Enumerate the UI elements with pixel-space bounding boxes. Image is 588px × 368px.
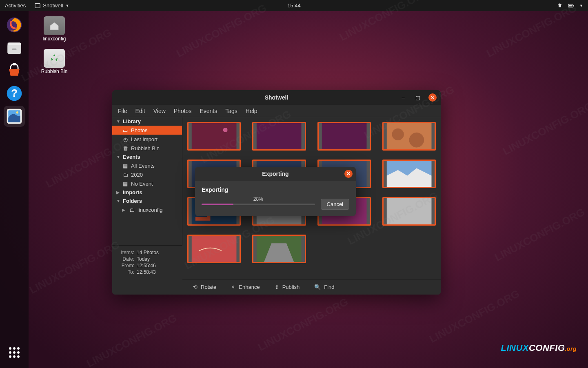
sidebar-events-header[interactable]: ▼Events bbox=[112, 153, 182, 161]
photo-thumb[interactable] bbox=[317, 122, 371, 151]
search-icon: 🔍 bbox=[314, 284, 321, 290]
meta-date-key: Date: bbox=[116, 256, 134, 262]
svg-text:?: ? bbox=[11, 87, 18, 99]
svg-rect-2 bbox=[569, 5, 572, 7]
meta-from-key: From: bbox=[116, 263, 134, 268]
window-icon bbox=[35, 3, 40, 9]
clock[interactable]: 15:44 bbox=[287, 2, 301, 9]
meta-date-value: Today bbox=[137, 256, 150, 262]
chevron-down-icon: ▼ bbox=[579, 4, 583, 8]
rotate-button[interactable]: ⟲Rotate bbox=[187, 282, 222, 292]
svg-rect-8 bbox=[13, 63, 16, 66]
sidebar-last-import[interactable]: ◴Last Import bbox=[112, 135, 182, 144]
sidebar-folders-header[interactable]: ▼Folders bbox=[112, 197, 182, 205]
close-button[interactable]: ✕ bbox=[428, 93, 437, 102]
meta-from-value: 12:55:46 bbox=[137, 263, 156, 268]
sidebar-no-event[interactable]: ▦No Event bbox=[112, 179, 182, 188]
icon-label: Rubbish Bin bbox=[41, 69, 68, 74]
menu-help[interactable]: Help bbox=[246, 108, 257, 114]
menu-photos[interactable]: Photos bbox=[174, 108, 192, 114]
cancel-button[interactable]: Cancel bbox=[321, 199, 349, 210]
svg-point-13 bbox=[16, 111, 18, 114]
photo-thumb[interactable] bbox=[252, 235, 306, 263]
help-launcher[interactable]: ? bbox=[4, 83, 25, 104]
titlebar[interactable]: Shotwell – ▢ ✕ bbox=[112, 90, 441, 105]
appmenu-button[interactable]: Shotwell ▼ bbox=[31, 2, 73, 9]
battery-icon bbox=[568, 3, 575, 9]
dialog-label: Exporting bbox=[202, 186, 349, 193]
svg-rect-17 bbox=[322, 123, 366, 149]
photo-thumb[interactable] bbox=[187, 122, 241, 151]
photo-thumb[interactable] bbox=[252, 122, 306, 151]
progress-bar: 28% bbox=[202, 204, 315, 205]
menu-events[interactable]: Events bbox=[200, 108, 217, 114]
system-tray[interactable]: ▼ bbox=[557, 3, 588, 9]
toolbar: ⟲Rotate ✧Enhance ⇪Publish 🔍Find bbox=[182, 279, 441, 295]
sidebar-photos[interactable]: ▭Photos bbox=[112, 126, 182, 135]
svg-point-19 bbox=[392, 129, 404, 140]
enhance-button[interactable]: ✧Enhance bbox=[225, 282, 265, 292]
photo-thumb[interactable] bbox=[382, 122, 436, 151]
maximize-button[interactable]: ▢ bbox=[414, 93, 422, 102]
photo-thumb[interactable] bbox=[382, 197, 436, 226]
calendar-icon: ▦ bbox=[122, 180, 129, 187]
gnome-topbar: Activities Shotwell ▼ 15:44 ▼ bbox=[0, 0, 588, 11]
chevron-down-icon: ▼ bbox=[65, 4, 69, 8]
menu-tags[interactable]: Tags bbox=[225, 108, 237, 114]
svg-point-20 bbox=[409, 133, 424, 148]
menubar: File Edit View Photos Events Tags Help bbox=[112, 105, 441, 117]
exporting-dialog: Exporting ✕ Exporting 28% Cancel bbox=[195, 167, 356, 216]
home-icon bbox=[49, 21, 60, 31]
sidebar-folder-linuxconfig[interactable]: ▶🗀linuxconfig bbox=[112, 205, 182, 214]
svg-rect-14 bbox=[192, 123, 237, 149]
minimize-button[interactable]: – bbox=[399, 93, 407, 102]
firefox-launcher[interactable] bbox=[4, 14, 25, 35]
photo-thumb[interactable] bbox=[382, 160, 436, 188]
home-folder-icon[interactable]: linuxconfig bbox=[37, 16, 72, 42]
meta-items-value: 14 Photos bbox=[137, 250, 159, 255]
share-icon: ⇪ bbox=[275, 284, 279, 290]
publish-button[interactable]: ⇪Publish bbox=[269, 282, 306, 292]
sidebar-library-header[interactable]: ▼Library bbox=[112, 117, 182, 126]
meta-to-value: 12:58:43 bbox=[137, 269, 156, 275]
svg-rect-28 bbox=[387, 198, 432, 224]
show-applications-button[interactable] bbox=[4, 342, 25, 363]
linuxconfig-watermark: LINUXCONFIG.org bbox=[501, 343, 577, 353]
enhance-icon: ✧ bbox=[231, 284, 235, 290]
progress-percent: 28% bbox=[253, 196, 263, 202]
shotwell-launcher[interactable] bbox=[4, 106, 25, 127]
svg-rect-0 bbox=[35, 3, 40, 8]
window-title: Shotwell bbox=[265, 94, 288, 101]
software-launcher[interactable] bbox=[4, 60, 25, 81]
photo-thumb[interactable] bbox=[187, 235, 241, 263]
sidebar-imports-header[interactable]: ▶Imports bbox=[112, 188, 182, 197]
dialog-titlebar[interactable]: Exporting ✕ bbox=[195, 167, 356, 181]
calendar-icon: ▦ bbox=[122, 162, 129, 169]
files-launcher[interactable] bbox=[4, 37, 25, 58]
svg-rect-29 bbox=[192, 236, 237, 262]
photos-icon: ▭ bbox=[122, 127, 129, 133]
trash-icon[interactable]: Rubbish Bin bbox=[37, 49, 72, 74]
trash-icon: 🗑 bbox=[122, 145, 129, 151]
metadata-panel: Items:14 Photos Date:Today From:12:55:46… bbox=[112, 245, 182, 279]
meta-to-key: To: bbox=[116, 269, 134, 275]
svg-rect-7 bbox=[12, 49, 17, 50]
svg-point-15 bbox=[223, 128, 228, 132]
folder-icon: 🗀 bbox=[122, 171, 129, 178]
svg-rect-3 bbox=[573, 5, 574, 7]
desktop-icons: linuxconfig Rubbish Bin bbox=[37, 16, 72, 74]
folder-icon: 🗀 bbox=[129, 206, 135, 213]
menu-view[interactable]: View bbox=[153, 108, 166, 114]
sidebar-all-events[interactable]: ▦All Events bbox=[112, 161, 182, 170]
dialog-title: Exporting bbox=[262, 171, 288, 177]
menu-file[interactable]: File bbox=[118, 108, 127, 114]
sidebar-year-2020[interactable]: 🗀2020 bbox=[112, 170, 182, 179]
find-button[interactable]: 🔍Find bbox=[308, 282, 340, 292]
activities-button[interactable]: Activities bbox=[0, 2, 31, 9]
sidebar-rubbish-bin[interactable]: 🗑Rubbish Bin bbox=[112, 144, 182, 153]
recycle-icon bbox=[49, 53, 60, 64]
dialog-close-button[interactable]: ✕ bbox=[344, 170, 353, 178]
menu-edit[interactable]: Edit bbox=[135, 108, 145, 114]
rotate-icon: ⟲ bbox=[193, 284, 197, 290]
clock-icon: ◴ bbox=[122, 136, 129, 142]
